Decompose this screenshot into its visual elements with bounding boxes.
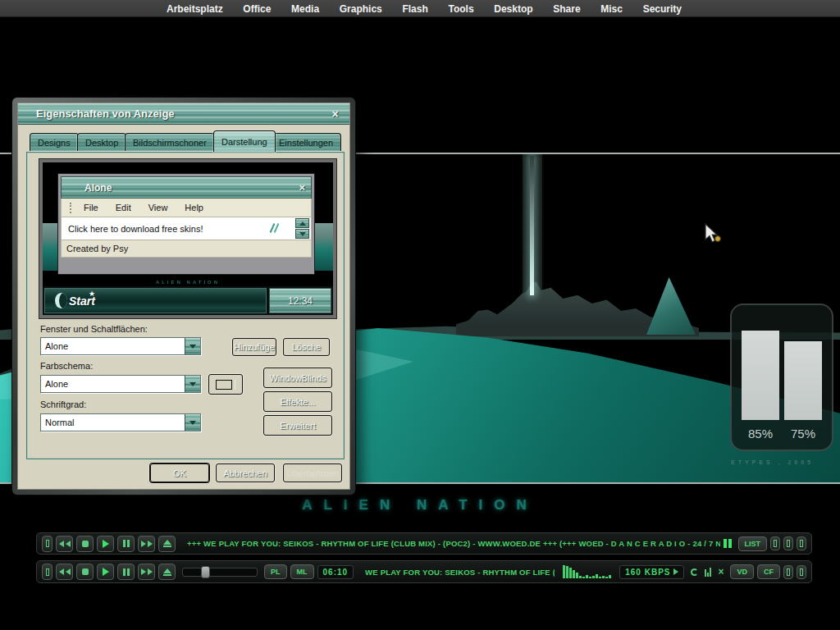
- dialog-title: Eigenschaften von Anzeige: [36, 107, 175, 120]
- dialog-titlebar[interactable]: Eigenschaften von Anzeige ×: [18, 103, 349, 125]
- preview-menu-help: Help: [185, 203, 203, 212]
- player1-list-button[interactable]: LIST: [738, 536, 768, 551]
- add-button[interactable]: Hinzufüge: [232, 338, 276, 356]
- chevron-down-icon: [189, 382, 196, 386]
- player2-menu-button[interactable]: [42, 564, 52, 580]
- playlist-button[interactable]: PL: [264, 564, 287, 579]
- crossfade-button[interactable]: CF: [757, 564, 780, 579]
- mouse-cursor: [704, 223, 725, 251]
- tab-darstellung[interactable]: Darstellung: [213, 130, 276, 152]
- spectrum-visualizer: [563, 565, 611, 578]
- player1-stop-button[interactable]: [76, 536, 94, 552]
- player1-next-button[interactable]: [138, 536, 155, 552]
- crossfade-close-icon[interactable]: ×: [718, 567, 724, 577]
- media-library-button[interactable]: ML: [290, 564, 314, 579]
- player2-previous-button[interactable]: [56, 564, 73, 580]
- seek-slider-handle[interactable]: [201, 566, 210, 578]
- font-size-select[interactable]: Normal: [40, 413, 201, 431]
- player1-window-button-1[interactable]: [770, 536, 780, 550]
- font-size-value: Normal: [45, 418, 185, 427]
- meter-bar-left[interactable]: [742, 331, 779, 420]
- preview-content-row: Click here to download free skins!: [61, 217, 312, 240]
- menu-tools[interactable]: Tools: [448, 3, 473, 15]
- meter-bar-right[interactable]: [784, 341, 822, 420]
- ok-button[interactable]: OK: [150, 463, 209, 482]
- crescent-moon-icon: [55, 293, 67, 308]
- color-scheme-select[interactable]: Alone: [40, 375, 201, 393]
- advanced-button[interactable]: Erweitert: [263, 415, 332, 436]
- player2-stop-button[interactable]: [76, 564, 94, 580]
- effects-button[interactable]: Effekte...: [263, 391, 332, 412]
- bitrate-value: 160 KBPS: [625, 568, 670, 577]
- preview-skins-link[interactable]: Click here to download free skins!: [68, 224, 203, 234]
- cancel-button[interactable]: Abbrechen: [216, 463, 275, 482]
- apply-button: Übernehmen: [283, 463, 342, 482]
- player1-pause-button[interactable]: [117, 536, 135, 552]
- delete-button[interactable]: Lösche: [283, 338, 330, 356]
- player-bar-top: +++ WE PLAY FOR YOU: SEIKOS - RHYTHM OF …: [36, 532, 812, 555]
- player1-window-button-3[interactable]: [797, 536, 806, 550]
- cone-mountain: [646, 277, 696, 335]
- divider: [235, 380, 235, 390]
- player2-pause-button[interactable]: [117, 564, 135, 580]
- menu-graphics[interactable]: Graphics: [340, 3, 382, 15]
- menu-media[interactable]: Media: [291, 3, 319, 15]
- menu-office[interactable]: Office: [243, 3, 271, 15]
- menu-arbeitsplatz[interactable]: Arbeitsplatz: [167, 3, 223, 15]
- menu-share[interactable]: Share: [553, 3, 580, 15]
- player1-play-button[interactable]: [97, 536, 114, 552]
- chevron-down-icon: [189, 421, 196, 425]
- windows-buttons-dropdown-button[interactable]: [185, 338, 200, 354]
- preview-window-title: Alone: [84, 182, 112, 194]
- bitrate-display: 160 KBPS: [619, 565, 684, 579]
- player2-play-button[interactable]: [97, 564, 114, 580]
- color-preview-button[interactable]: [208, 374, 243, 395]
- preview-menu-edit: Edit: [116, 203, 131, 212]
- preview-menubar: File Edit View Help: [61, 199, 312, 217]
- player2-window-button-2[interactable]: [797, 565, 806, 579]
- preview-start-bar: Start ★: [44, 288, 267, 313]
- tab-designs[interactable]: Designs: [30, 133, 79, 151]
- preview-window-titlebar: Alone ×: [61, 176, 312, 199]
- dialog-close-icon[interactable]: ×: [328, 107, 342, 121]
- light-beam: [530, 156, 534, 295]
- chevron-up-icon: [299, 221, 306, 226]
- menu-desktop[interactable]: Desktop: [494, 3, 532, 15]
- tab-einstellungen[interactable]: Einstellungen: [271, 133, 341, 151]
- meter-widget: 85% 75%: [730, 304, 833, 451]
- tab-bildschirmschoner[interactable]: Bildschirmschoner: [125, 133, 215, 151]
- preview-monitor: Alone × File Edit View Help: [39, 159, 336, 318]
- player2-window-button-1[interactable]: [783, 565, 793, 579]
- mini-play-icon: [673, 568, 678, 575]
- tab-desktop[interactable]: Desktop: [77, 133, 126, 151]
- time-display: 06:10: [317, 565, 354, 579]
- chevron-down-icon: [189, 345, 196, 349]
- equalizer-icon[interactable]: [705, 568, 711, 577]
- scroll-down-button: [295, 229, 309, 239]
- player1-menu-button[interactable]: [42, 536, 52, 552]
- preview-menu-view: View: [148, 203, 168, 212]
- windows-buttons-label: Fenster und Schaltflächen:: [40, 324, 148, 334]
- player1-window-button-2[interactable]: [783, 536, 793, 550]
- repeat-icon[interactable]: [691, 568, 698, 576]
- menu-security[interactable]: Security: [643, 3, 682, 15]
- player2-next-button[interactable]: [138, 564, 155, 580]
- video-button[interactable]: VD: [730, 564, 754, 579]
- color-scheme-label: Farbschema:: [40, 361, 93, 371]
- player2-eject-button[interactable]: [158, 564, 176, 580]
- menu-flash[interactable]: Flash: [402, 3, 427, 15]
- menu-misc[interactable]: Misc: [600, 3, 623, 15]
- windows-buttons-select[interactable]: Alone: [40, 337, 201, 355]
- preview-window: Alone × File Edit View Help: [57, 173, 315, 275]
- seek-slider[interactable]: [182, 568, 258, 577]
- player1-previous-button[interactable]: [56, 536, 73, 552]
- color-swatch-icon: [216, 380, 232, 390]
- alien-nation-logo: ALIEN NATION: [0, 497, 840, 514]
- font-size-dropdown-button[interactable]: [185, 414, 200, 431]
- color-scheme-dropdown-button[interactable]: [185, 376, 200, 392]
- display-properties-dialog: Eigenschaften von Anzeige × Designs Desk…: [11, 97, 356, 495]
- player1-eject-button[interactable]: [158, 536, 176, 552]
- meter-label-right: 75%: [784, 427, 822, 441]
- player1-pause-indicator-icon: [724, 539, 732, 548]
- windowblinds-button[interactable]: WindowBlinds: [263, 368, 332, 388]
